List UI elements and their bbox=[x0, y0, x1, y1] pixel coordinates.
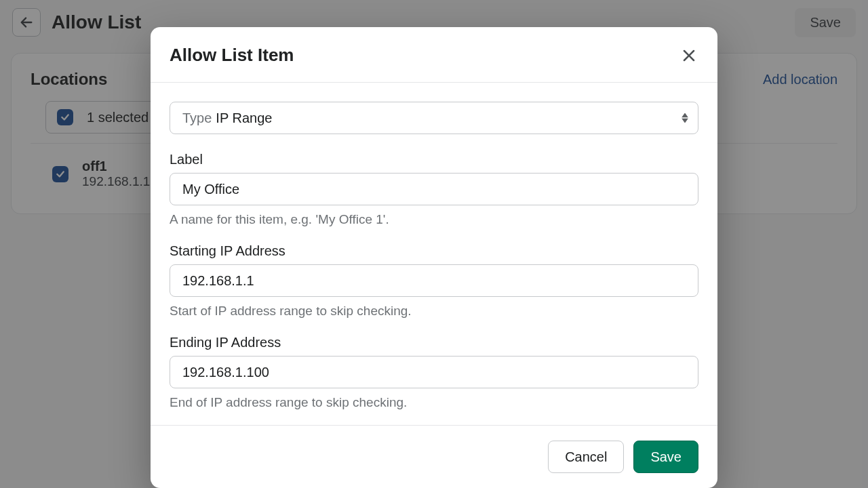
save-button[interactable]: Save bbox=[633, 441, 698, 473]
svg-marker-4 bbox=[682, 119, 688, 123]
modal-header: Allow List Item bbox=[151, 27, 717, 83]
ending-ip-hint: End of IP address range to skip checking… bbox=[170, 395, 698, 410]
label-field: Label A name for this item, e.g. 'My Off… bbox=[170, 152, 698, 227]
starting-ip-input[interactable] bbox=[170, 264, 698, 297]
type-select[interactable]: Type IP Range bbox=[170, 102, 698, 134]
page-root: Allow List Save Locations Add location 1… bbox=[0, 0, 868, 488]
type-value: IP Range bbox=[216, 110, 272, 126]
modal-footer: Cancel Save bbox=[151, 425, 717, 488]
starting-ip-field: Starting IP Address Start of IP address … bbox=[170, 243, 698, 319]
ending-ip-label: Ending IP Address bbox=[170, 335, 698, 350]
close-icon bbox=[681, 47, 697, 64]
ending-ip-input[interactable] bbox=[170, 356, 698, 388]
ending-ip-field: Ending IP Address End of IP address rang… bbox=[170, 335, 698, 410]
modal-body: Type IP Range Label A name for this item… bbox=[151, 83, 717, 425]
starting-ip-label: Starting IP Address bbox=[170, 243, 698, 259]
starting-ip-hint: Start of IP address range to skip checki… bbox=[170, 304, 698, 319]
label-field-label: Label bbox=[170, 152, 698, 167]
modal-title: Allow List Item bbox=[170, 45, 679, 66]
cancel-button[interactable]: Cancel bbox=[548, 441, 624, 473]
label-field-hint: A name for this item, e.g. 'My Office 1'… bbox=[170, 212, 698, 227]
modal-overlay[interactable]: Allow List Item Type IP Range bbox=[0, 0, 868, 488]
type-prefix: Type bbox=[182, 110, 212, 126]
select-stepper-icon bbox=[682, 113, 688, 123]
label-input[interactable] bbox=[170, 173, 698, 205]
modal-close-button[interactable] bbox=[679, 46, 698, 65]
allow-list-item-modal: Allow List Item Type IP Range bbox=[151, 27, 717, 488]
svg-marker-3 bbox=[682, 113, 688, 118]
